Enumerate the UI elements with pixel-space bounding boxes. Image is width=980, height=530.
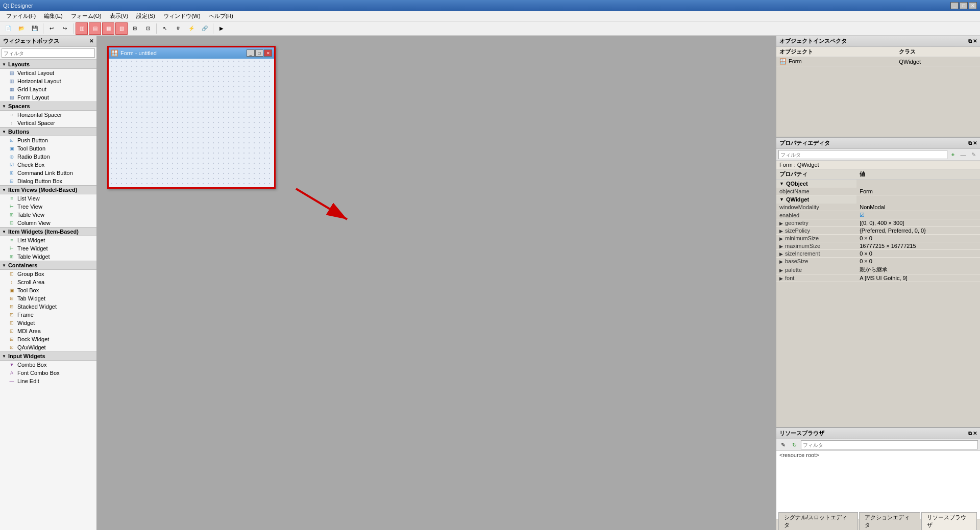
form-window[interactable]: 🪟 Form - untitled _ □ ✕	[107, 46, 276, 189]
item-table-widget[interactable]: ⊞ Table Widget	[0, 253, 96, 261]
prop-row-sizepolicy[interactable]: ▶sizePolicy {Preferred, Preferred, 0, 0}	[776, 227, 980, 235]
item-mdi-area[interactable]: ⊡ MDI Area	[0, 327, 96, 335]
category-containers[interactable]: ▼ Containers	[0, 261, 96, 270]
prop-value-maximumsize[interactable]: 16777215 × 16777215	[856, 242, 980, 250]
item-frame[interactable]: ⊡ Frame	[0, 311, 96, 319]
item-grid-layout[interactable]: ▦ Grid Layout	[0, 85, 96, 93]
item-combo-box[interactable]: ▼ Combo Box	[0, 361, 96, 369]
prop-row-palette[interactable]: ▶palette 親から継承	[776, 265, 980, 274]
item-line-edit[interactable]: — Line Edit	[0, 377, 96, 385]
layout-grid-button[interactable]: ▦	[102, 22, 114, 35]
minimize-button[interactable]: _	[950, 2, 959, 9]
sizeincrement-expand[interactable]: ▶	[779, 251, 783, 257]
item-tree-widget[interactable]: ⊢ Tree Widget	[0, 244, 96, 253]
layout-form-button[interactable]: ▧	[115, 22, 128, 35]
item-scroll-area[interactable]: ↕ Scroll Area	[0, 278, 96, 286]
tab-resource-browser[interactable]: リソースブラウザ	[921, 512, 977, 530]
object-inspector-close[interactable]: ✕	[973, 38, 977, 44]
menu-file[interactable]: ファイル(F)	[2, 11, 40, 21]
property-editor-float[interactable]: ⧉	[968, 140, 972, 146]
item-vertical-spacer[interactable]: ↕ Vertical Spacer	[0, 119, 96, 127]
object-inspector-float[interactable]: ⧉	[968, 38, 972, 44]
menu-window[interactable]: ウィンドウ(W)	[159, 11, 205, 21]
prop-value-geometry[interactable]: [(0, 0), 400 × 300]	[856, 219, 980, 227]
prop-row-basesize[interactable]: ▶baseSize 0 × 0	[776, 258, 980, 265]
prop-row-enabled[interactable]: enabled ☑	[776, 211, 980, 219]
item-tree-view[interactable]: ⊢ Tree View	[0, 203, 96, 211]
item-widget[interactable]: ⊡ Widget	[0, 319, 96, 327]
prop-row-geometry[interactable]: ▶geometry [(0, 0), 400 × 300]	[776, 219, 980, 227]
tab-action-editor[interactable]: アクションエディタ	[859, 512, 920, 530]
object-inspector-icons[interactable]: ⧉ ✕	[968, 38, 977, 44]
save-button[interactable]: 💾	[29, 22, 41, 35]
menu-help[interactable]: ヘルプ(H)	[205, 11, 237, 21]
close-button[interactable]: ✕	[969, 2, 977, 9]
prop-value-minimumsize[interactable]: 0 × 0	[856, 235, 980, 242]
tab-order-button[interactable]: #	[172, 22, 184, 35]
item-form-layout[interactable]: ▧ Form Layout	[0, 93, 96, 102]
redo-button[interactable]: ↪	[59, 22, 71, 35]
item-column-view[interactable]: ⊟ Column View	[0, 219, 96, 227]
geometry-expand[interactable]: ▶	[779, 221, 783, 226]
property-add-button[interactable]: +	[948, 150, 958, 159]
item-dock-widget[interactable]: ⊟ Dock Widget	[0, 335, 96, 343]
layout-h-button[interactable]: ▥	[76, 22, 88, 35]
prop-row-minimumsize[interactable]: ▶minimumSize 0 × 0	[776, 235, 980, 242]
maximumsize-expand[interactable]: ▶	[779, 244, 783, 249]
palette-expand[interactable]: ▶	[779, 268, 783, 273]
item-list-widget[interactable]: ≡ List Widget	[0, 236, 96, 244]
new-button[interactable]: 📄	[2, 22, 14, 35]
prop-value-palette[interactable]: 親から継承	[856, 265, 980, 274]
maximize-button[interactable]: □	[960, 2, 968, 9]
item-vertical-layout[interactable]: ▤ Vertical Layout	[0, 69, 96, 77]
resource-root-item[interactable]: <resource root>	[776, 451, 980, 459]
signal-slot-button[interactable]: ⚡	[185, 22, 198, 35]
form-close-button[interactable]: ✕	[264, 49, 272, 57]
buddy-button[interactable]: 🔗	[199, 22, 211, 35]
item-dialog-button-box[interactable]: ⊟ Dialog Button Box	[0, 177, 96, 185]
item-check-box[interactable]: ☑ Check Box	[0, 161, 96, 169]
prop-row-sizeincrement[interactable]: ▶sizeIncrement 0 × 0	[776, 250, 980, 258]
undo-button[interactable]: ↩	[45, 22, 58, 35]
property-remove-button[interactable]: —	[959, 150, 968, 159]
form-content[interactable]	[109, 59, 274, 187]
property-configure-button[interactable]: ✎	[969, 150, 978, 159]
resource-filter-input[interactable]	[801, 440, 978, 449]
category-layouts[interactable]: ▼ Layouts	[0, 60, 96, 69]
property-filter-input[interactable]	[778, 150, 947, 159]
widget-filter-input[interactable]	[2, 48, 95, 58]
menu-edit[interactable]: 編集(E)	[40, 11, 67, 21]
minimumsize-expand[interactable]: ▶	[779, 236, 783, 241]
item-radio-button[interactable]: ◎ Radio Button	[0, 153, 96, 161]
category-item-widgets[interactable]: ▼ Item Widgets (Item-Based)	[0, 227, 96, 236]
item-push-button[interactable]: ⊡ Push Button	[0, 136, 96, 144]
basesize-expand[interactable]: ▶	[779, 259, 783, 264]
font-expand[interactable]: ▶	[779, 276, 783, 281]
item-tab-widget[interactable]: ⊟ Tab Widget	[0, 294, 96, 302]
form-controls[interactable]: _ □ ✕	[247, 49, 272, 57]
resource-browser-close[interactable]: ✕	[973, 431, 977, 437]
category-spacers[interactable]: ▼ Spacers	[0, 102, 96, 111]
title-bar-buttons[interactable]: _ □ ✕	[950, 2, 977, 9]
prop-value-sizepolicy[interactable]: {Preferred, Preferred, 0, 0}	[856, 227, 980, 235]
property-editor-icons[interactable]: ⧉ ✕	[968, 140, 977, 146]
item-list-view[interactable]: ≡ List View	[0, 194, 96, 203]
preview-button[interactable]: ▶	[215, 22, 228, 35]
adjust-size-button[interactable]: ⊡	[142, 22, 154, 35]
canvas-area[interactable]: 🪟 Form - untitled _ □ ✕	[97, 36, 776, 530]
open-button[interactable]: 📂	[15, 22, 28, 35]
prop-row-maximumsize[interactable]: ▶maximumSize 16777215 × 16777215	[776, 242, 980, 250]
form-maximize-button[interactable]: □	[255, 49, 263, 57]
prop-row-font[interactable]: ▶font A [MS UI Gothic, 9]	[776, 274, 980, 282]
category-input-widgets[interactable]: ▼ Input Widgets	[0, 351, 96, 361]
item-stacked-widget[interactable]: ⊟ Stacked Widget	[0, 302, 96, 311]
item-group-box[interactable]: ⊡ Group Box	[0, 270, 96, 278]
prop-value-sizeincrement[interactable]: 0 × 0	[856, 250, 980, 258]
pointer-button[interactable]: ↖	[159, 22, 171, 35]
category-buttons[interactable]: ▼ Buttons	[0, 127, 96, 136]
prop-row-objectname[interactable]: objectName Form	[776, 188, 980, 195]
menu-view[interactable]: 表示(V)	[106, 11, 133, 21]
form-minimize-button[interactable]: _	[247, 49, 255, 57]
prop-row-windowmodality[interactable]: windowModality NonModal	[776, 204, 980, 211]
prop-value-font[interactable]: A [MS UI Gothic, 9]	[856, 274, 980, 282]
